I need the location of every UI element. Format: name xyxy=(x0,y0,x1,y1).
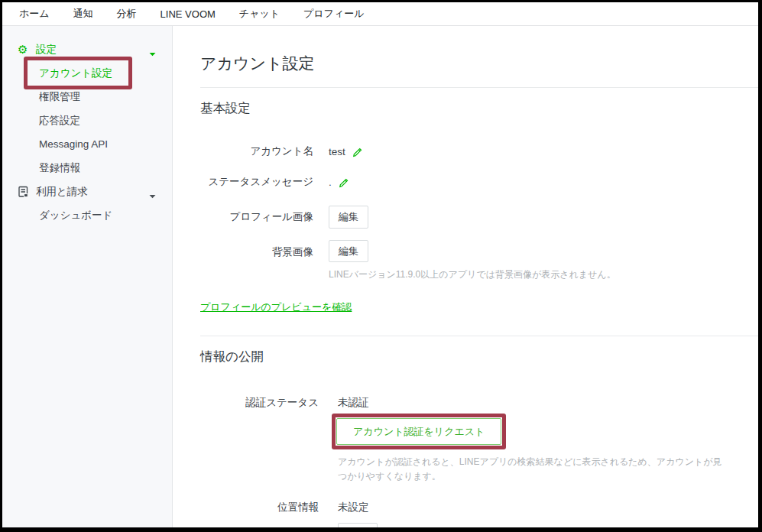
status-message-row: ステータスメッセージ . xyxy=(200,175,728,189)
verification-status-row: 認証ステータス 未認証 アカウント認証をリクエスト アカウントが認証されると、L… xyxy=(200,396,728,484)
sidebar-item-permissions[interactable]: 権限管理 xyxy=(2,85,172,109)
profile-preview-link[interactable]: プロフィールのプレビューを確認 xyxy=(200,300,352,314)
profile-image-edit-button[interactable]: 編集 xyxy=(329,206,368,229)
divider xyxy=(200,336,758,336)
sidebar-item-label: 設定 xyxy=(36,43,57,57)
profile-image-row: プロフィール画像 編集 xyxy=(200,206,728,229)
location-info-label: 位置情報 xyxy=(200,501,319,514)
verification-status-label: 認証ステータス xyxy=(200,396,319,410)
nav-profile[interactable]: プロフィール xyxy=(303,7,365,21)
app-window: ホーム 通知 分析 LINE VOOM チャット プロフィール ⚙ 設定 アカウ… xyxy=(0,0,762,532)
chevron-down-icon[interactable] xyxy=(149,47,156,59)
location-edit-button[interactable]: 編集 xyxy=(338,523,378,527)
background-image-edit-button[interactable]: 編集 xyxy=(329,240,368,263)
account-name-label: アカウント名 xyxy=(200,144,313,158)
basic-settings-section: 基本設定 アカウント名 test ステータスメッセージ xyxy=(200,100,728,314)
divider xyxy=(200,87,758,88)
main-content: アカウント設定 基本設定 アカウント名 test xyxy=(173,26,758,527)
sidebar-item-account-settings[interactable]: アカウント設定 xyxy=(2,61,172,85)
account-name-value: test xyxy=(329,146,345,157)
status-message-value: . xyxy=(329,177,332,188)
location-status-value: 未設定 xyxy=(338,501,369,514)
edit-pencil-icon[interactable] xyxy=(352,147,363,157)
info-publication-section: 情報の公開 認証ステータス 未認証 アカウント認証をリクエスト アカウントが認証… xyxy=(200,349,728,527)
profile-image-label: プロフィール画像 xyxy=(200,210,313,224)
info-publication-heading: 情報の公開 xyxy=(200,349,728,365)
page-title: アカウント設定 xyxy=(200,53,728,74)
background-image-label: 背景画像 xyxy=(200,245,313,259)
nav-analytics[interactable]: 分析 xyxy=(117,7,137,21)
sidebar-item-label: 権限管理 xyxy=(39,90,80,104)
chevron-down-icon[interactable] xyxy=(149,190,156,201)
sidebar-item-registration-info[interactable]: 登録情報 xyxy=(2,156,172,180)
sidebar-item-label: 利用と請求 xyxy=(36,185,88,199)
account-name-row: アカウント名 test xyxy=(200,144,728,158)
status-message-label: ステータスメッセージ xyxy=(200,175,313,189)
nav-chat[interactable]: チャット xyxy=(239,7,280,21)
sidebar: ⚙ 設定 アカウント設定 権限管理 応答設定 Messaging API 登録 xyxy=(2,26,173,527)
gear-icon: ⚙ xyxy=(18,43,31,57)
location-info-row: 位置情報 未設定 編集 ここで登録した住所は、アカウントやショップカードの検索結… xyxy=(200,501,728,527)
edit-pencil-icon[interactable] xyxy=(339,177,349,188)
nav-line-voom[interactable]: LINE VOOM xyxy=(161,8,216,20)
nav-home[interactable]: ホーム xyxy=(19,7,50,21)
annotation-box-request-button: アカウント認証をリクエスト xyxy=(332,414,506,450)
sidebar-item-settings[interactable]: ⚙ 設定 xyxy=(2,37,172,61)
sidebar-item-label: 応答設定 xyxy=(39,114,80,128)
sidebar-item-label: アカウント設定 xyxy=(39,66,112,80)
top-nav: ホーム 通知 分析 LINE VOOM チャット プロフィール xyxy=(2,2,758,26)
sidebar-item-label: Messaging API xyxy=(39,138,108,150)
verification-note: アカウントが認証されると、LINEアプリの検索結果などに表示されるため、アカウン… xyxy=(338,455,724,483)
sidebar-item-messaging-api[interactable]: Messaging API xyxy=(2,132,172,156)
sidebar-item-response-settings[interactable]: 応答設定 xyxy=(2,109,172,132)
invoice-icon xyxy=(18,186,31,198)
sidebar-item-usage-billing[interactable]: 利用と請求 xyxy=(2,180,172,203)
verification-status-value: 未認証 xyxy=(338,396,369,410)
basic-settings-heading: 基本設定 xyxy=(200,100,728,117)
nav-notifications[interactable]: 通知 xyxy=(73,7,93,21)
sidebar-item-label: ダッシュボード xyxy=(39,209,112,222)
background-image-row: 背景画像 編集 LINEバージョン11.9.0以上のアプリでは背景画像が表示され… xyxy=(200,240,728,282)
sidebar-item-label: 登録情報 xyxy=(39,161,80,175)
background-image-note: LINEバージョン11.9.0以上のアプリでは背景画像が表示されません。 xyxy=(329,268,616,282)
sidebar-item-dashboard[interactable]: ダッシュボード xyxy=(2,203,172,227)
request-verification-button[interactable]: アカウント認証をリクエスト xyxy=(336,418,501,446)
